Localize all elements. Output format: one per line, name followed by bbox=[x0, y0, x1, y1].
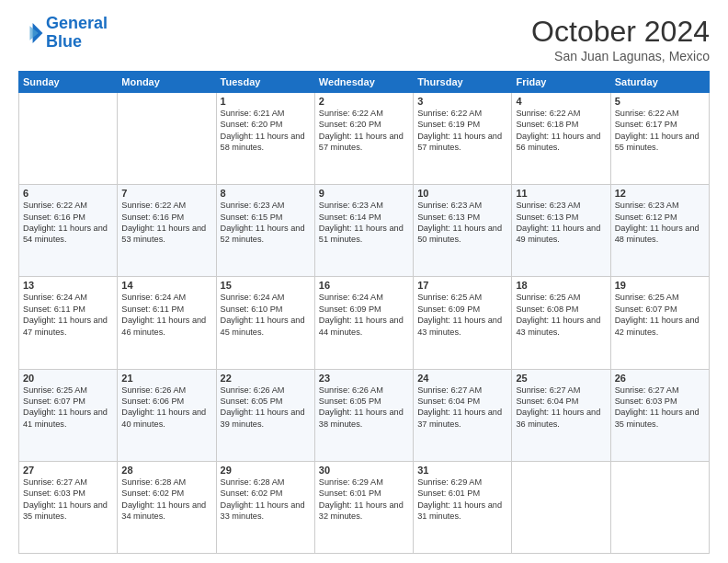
calendar-week-row: 27Sunrise: 6:27 AM Sunset: 6:03 PM Dayli… bbox=[19, 461, 710, 553]
calendar-cell bbox=[118, 93, 216, 185]
calendar-cell: 12Sunrise: 6:23 AM Sunset: 6:12 PM Dayli… bbox=[610, 185, 709, 277]
day-number: 27 bbox=[23, 465, 113, 476]
day-info: Sunrise: 6:26 AM Sunset: 6:05 PM Dayligh… bbox=[221, 385, 311, 431]
day-info: Sunrise: 6:21 AM Sunset: 6:20 PM Dayligh… bbox=[221, 108, 311, 154]
day-info: Sunrise: 6:28 AM Sunset: 6:02 PM Dayligh… bbox=[121, 477, 211, 523]
day-info: Sunrise: 6:27 AM Sunset: 6:03 PM Dayligh… bbox=[23, 477, 113, 523]
day-number: 8 bbox=[221, 188, 311, 199]
calendar-cell: 31Sunrise: 6:29 AM Sunset: 6:01 PM Dayli… bbox=[414, 461, 512, 553]
day-number: 9 bbox=[319, 188, 409, 199]
day-header-wednesday: Wednesday bbox=[314, 72, 413, 93]
calendar-cell: 14Sunrise: 6:24 AM Sunset: 6:11 PM Dayli… bbox=[118, 277, 216, 369]
calendar-cell: 11Sunrise: 6:23 AM Sunset: 6:13 PM Dayli… bbox=[512, 185, 610, 277]
day-info: Sunrise: 6:22 AM Sunset: 6:19 PM Dayligh… bbox=[417, 108, 507, 154]
calendar-cell: 5Sunrise: 6:22 AM Sunset: 6:17 PM Daylig… bbox=[610, 93, 709, 185]
day-number: 13 bbox=[23, 280, 113, 291]
calendar-cell: 7Sunrise: 6:22 AM Sunset: 6:16 PM Daylig… bbox=[118, 185, 216, 277]
calendar-cell: 21Sunrise: 6:26 AM Sunset: 6:06 PM Dayli… bbox=[118, 369, 216, 461]
calendar-cell: 13Sunrise: 6:24 AM Sunset: 6:11 PM Dayli… bbox=[19, 277, 118, 369]
calendar-cell: 30Sunrise: 6:29 AM Sunset: 6:01 PM Dayli… bbox=[314, 461, 413, 553]
month-title: October 2024 bbox=[531, 15, 710, 49]
calendar-week-row: 6Sunrise: 6:22 AM Sunset: 6:16 PM Daylig… bbox=[19, 185, 710, 277]
calendar-cell: 20Sunrise: 6:25 AM Sunset: 6:07 PM Dayli… bbox=[19, 369, 118, 461]
day-info: Sunrise: 6:27 AM Sunset: 6:03 PM Dayligh… bbox=[615, 385, 705, 431]
day-number: 7 bbox=[121, 188, 211, 199]
day-header-friday: Friday bbox=[512, 72, 610, 93]
day-number: 20 bbox=[23, 373, 113, 384]
calendar-cell bbox=[512, 461, 610, 553]
day-info: Sunrise: 6:25 AM Sunset: 6:07 PM Dayligh… bbox=[23, 385, 113, 431]
day-number: 4 bbox=[516, 96, 606, 107]
day-number: 11 bbox=[516, 188, 606, 199]
day-info: Sunrise: 6:22 AM Sunset: 6:16 PM Dayligh… bbox=[121, 200, 211, 246]
calendar-cell: 25Sunrise: 6:27 AM Sunset: 6:04 PM Dayli… bbox=[512, 369, 610, 461]
calendar-cell: 2Sunrise: 6:22 AM Sunset: 6:20 PM Daylig… bbox=[314, 93, 413, 185]
day-info: Sunrise: 6:23 AM Sunset: 6:13 PM Dayligh… bbox=[417, 200, 507, 246]
day-info: Sunrise: 6:27 AM Sunset: 6:04 PM Dayligh… bbox=[516, 385, 606, 431]
calendar-cell: 27Sunrise: 6:27 AM Sunset: 6:03 PM Dayli… bbox=[19, 461, 118, 553]
day-number: 19 bbox=[615, 280, 705, 291]
day-info: Sunrise: 6:23 AM Sunset: 6:14 PM Dayligh… bbox=[319, 200, 409, 246]
day-info: Sunrise: 6:24 AM Sunset: 6:10 PM Dayligh… bbox=[221, 292, 311, 338]
day-info: Sunrise: 6:22 AM Sunset: 6:16 PM Dayligh… bbox=[23, 200, 113, 246]
calendar-cell: 28Sunrise: 6:28 AM Sunset: 6:02 PM Dayli… bbox=[118, 461, 216, 553]
calendar-cell: 24Sunrise: 6:27 AM Sunset: 6:04 PM Dayli… bbox=[414, 369, 512, 461]
calendar-cell: 16Sunrise: 6:24 AM Sunset: 6:09 PM Dayli… bbox=[314, 277, 413, 369]
day-number: 24 bbox=[417, 373, 507, 384]
logo: General Blue bbox=[18, 15, 108, 52]
day-info: Sunrise: 6:24 AM Sunset: 6:09 PM Dayligh… bbox=[319, 292, 409, 338]
day-number: 17 bbox=[417, 280, 507, 291]
day-header-sunday: Sunday bbox=[19, 72, 118, 93]
day-number: 15 bbox=[221, 280, 311, 291]
day-header-saturday: Saturday bbox=[610, 72, 709, 93]
calendar-cell: 3Sunrise: 6:22 AM Sunset: 6:19 PM Daylig… bbox=[414, 93, 512, 185]
day-number: 28 bbox=[121, 465, 211, 476]
day-number: 6 bbox=[23, 188, 113, 199]
day-info: Sunrise: 6:23 AM Sunset: 6:13 PM Dayligh… bbox=[516, 200, 606, 246]
calendar-cell: 19Sunrise: 6:25 AM Sunset: 6:07 PM Dayli… bbox=[610, 277, 709, 369]
day-info: Sunrise: 6:27 AM Sunset: 6:04 PM Dayligh… bbox=[417, 385, 507, 431]
calendar-cell: 1Sunrise: 6:21 AM Sunset: 6:20 PM Daylig… bbox=[216, 93, 314, 185]
day-info: Sunrise: 6:24 AM Sunset: 6:11 PM Dayligh… bbox=[121, 292, 211, 338]
day-header-tuesday: Tuesday bbox=[216, 72, 314, 93]
calendar-cell bbox=[610, 461, 709, 553]
calendar-cell: 15Sunrise: 6:24 AM Sunset: 6:10 PM Dayli… bbox=[216, 277, 314, 369]
calendar-cell: 18Sunrise: 6:25 AM Sunset: 6:08 PM Dayli… bbox=[512, 277, 610, 369]
calendar-week-row: 13Sunrise: 6:24 AM Sunset: 6:11 PM Dayli… bbox=[19, 277, 710, 369]
calendar-cell: 8Sunrise: 6:23 AM Sunset: 6:15 PM Daylig… bbox=[216, 185, 314, 277]
calendar-week-row: 1Sunrise: 6:21 AM Sunset: 6:20 PM Daylig… bbox=[19, 93, 710, 185]
day-header-thursday: Thursday bbox=[414, 72, 512, 93]
day-info: Sunrise: 6:25 AM Sunset: 6:08 PM Dayligh… bbox=[516, 292, 606, 338]
calendar-cell bbox=[19, 93, 118, 185]
title-block: October 2024 San Juan Lagunas, Mexico bbox=[531, 15, 710, 63]
day-number: 21 bbox=[121, 373, 211, 384]
day-number: 22 bbox=[221, 373, 311, 384]
day-info: Sunrise: 6:25 AM Sunset: 6:09 PM Dayligh… bbox=[417, 292, 507, 338]
day-number: 16 bbox=[319, 280, 409, 291]
day-number: 31 bbox=[417, 465, 507, 476]
calendar-cell: 26Sunrise: 6:27 AM Sunset: 6:03 PM Dayli… bbox=[610, 369, 709, 461]
calendar-cell: 10Sunrise: 6:23 AM Sunset: 6:13 PM Dayli… bbox=[414, 185, 512, 277]
day-number: 23 bbox=[319, 373, 409, 384]
day-info: Sunrise: 6:26 AM Sunset: 6:06 PM Dayligh… bbox=[121, 385, 211, 431]
calendar-week-row: 20Sunrise: 6:25 AM Sunset: 6:07 PM Dayli… bbox=[19, 369, 710, 461]
day-info: Sunrise: 6:29 AM Sunset: 6:01 PM Dayligh… bbox=[319, 477, 409, 523]
header: General Blue October 2024 San Juan Lagun… bbox=[18, 15, 710, 63]
day-number: 10 bbox=[417, 188, 507, 199]
day-info: Sunrise: 6:26 AM Sunset: 6:05 PM Dayligh… bbox=[319, 385, 409, 431]
calendar-cell: 17Sunrise: 6:25 AM Sunset: 6:09 PM Dayli… bbox=[414, 277, 512, 369]
day-number: 1 bbox=[221, 96, 311, 107]
day-info: Sunrise: 6:25 AM Sunset: 6:07 PM Dayligh… bbox=[615, 292, 705, 338]
logo-text: General Blue bbox=[46, 15, 108, 52]
calendar-table: SundayMondayTuesdayWednesdayThursdayFrid… bbox=[18, 71, 710, 554]
calendar-cell: 9Sunrise: 6:23 AM Sunset: 6:14 PM Daylig… bbox=[314, 185, 413, 277]
day-info: Sunrise: 6:22 AM Sunset: 6:20 PM Dayligh… bbox=[319, 108, 409, 154]
calendar-cell: 22Sunrise: 6:26 AM Sunset: 6:05 PM Dayli… bbox=[216, 369, 314, 461]
day-number: 12 bbox=[615, 188, 705, 199]
calendar-cell: 4Sunrise: 6:22 AM Sunset: 6:18 PM Daylig… bbox=[512, 93, 610, 185]
calendar-cell: 6Sunrise: 6:22 AM Sunset: 6:16 PM Daylig… bbox=[19, 185, 118, 277]
day-number: 2 bbox=[319, 96, 409, 107]
day-number: 14 bbox=[121, 280, 211, 291]
day-number: 5 bbox=[615, 96, 705, 107]
day-number: 30 bbox=[319, 465, 409, 476]
